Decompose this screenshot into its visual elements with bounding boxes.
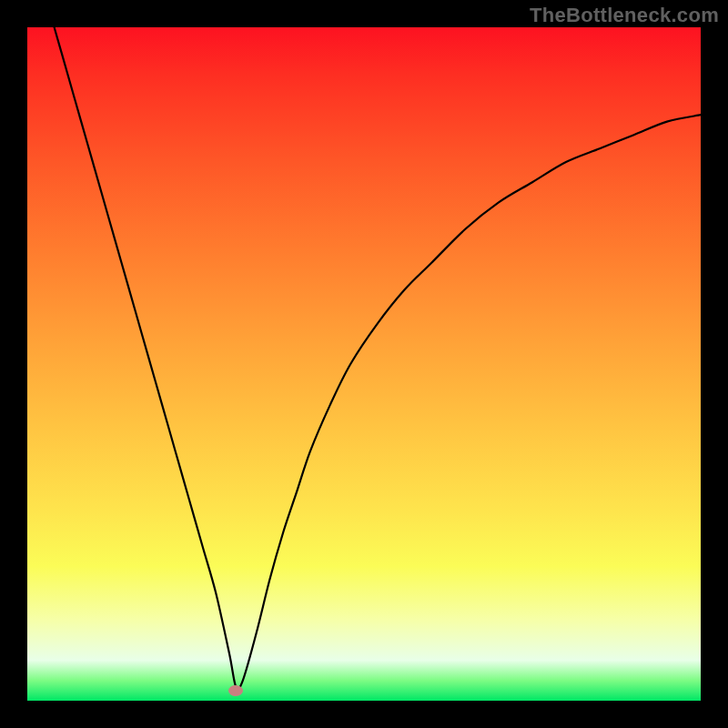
plot-area bbox=[27, 27, 701, 701]
curve-svg bbox=[27, 27, 701, 701]
bottleneck-curve bbox=[55, 27, 701, 689]
min-marker bbox=[228, 685, 243, 696]
chart-frame: TheBottleneck.com bbox=[0, 0, 728, 728]
watermark-text: TheBottleneck.com bbox=[530, 4, 719, 27]
